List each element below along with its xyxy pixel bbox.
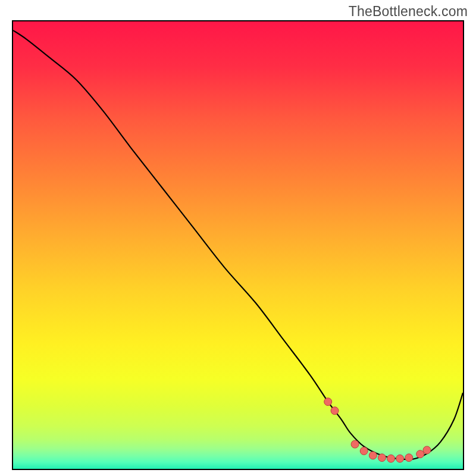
chart-area (12, 20, 464, 470)
data-marker (405, 454, 413, 462)
data-marker (387, 455, 395, 462)
data-marker (416, 450, 424, 458)
data-marker (423, 446, 431, 454)
data-markers (324, 398, 431, 462)
data-marker (396, 455, 404, 462)
data-marker (324, 398, 332, 406)
data-marker (369, 452, 377, 459)
data-marker (360, 447, 368, 455)
chart-line-layer (13, 21, 463, 469)
data-marker (378, 454, 386, 462)
data-marker (331, 407, 339, 415)
bottleneck-curve (13, 30, 463, 459)
data-marker (351, 440, 359, 448)
watermark-text: TheBottleneck.com (349, 4, 468, 20)
